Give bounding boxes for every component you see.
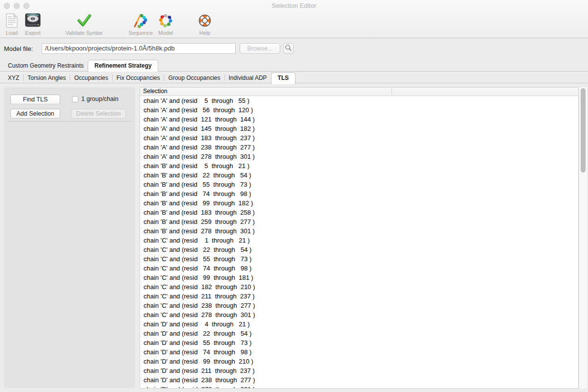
export-button[interactable]: Export (22, 12, 44, 37)
tls-controls-panel: Find TLS 1 group/chain Add Selection Del… (4, 87, 135, 388)
list-item[interactable]: chain 'D' and (resid 238 through 277 ) (140, 375, 578, 385)
subtab-tls[interactable]: TLS (271, 73, 296, 84)
subtab-torsion-angles[interactable]: Torsion Angles (24, 73, 70, 83)
list-item[interactable]: chain 'D' and (resid 55 through 73 ) (140, 338, 578, 347)
subtab-individual-adp[interactable]: Individual ADP (225, 73, 271, 83)
list-item[interactable]: chain 'B' and (resid 74 through 98 ) (140, 189, 578, 198)
list-item[interactable]: chain 'B' and (resid 5 through 21 ) (140, 161, 578, 171)
list-item[interactable]: chain 'D' and (resid 22 through 54 ) (140, 329, 578, 338)
list-item[interactable]: chain 'A' and (resid 278 through 301 ) (140, 152, 578, 161)
export-label: Export (25, 30, 41, 36)
selection-editor-window: Selection Editor Load (0, 0, 588, 392)
column-divider (392, 88, 392, 95)
sequence-button[interactable]: Sequence (125, 12, 156, 37)
list-item[interactable]: chain 'B' and (resid 183 through 258 ) (140, 208, 578, 217)
validate-syntax-label: Validate Syntax (66, 30, 103, 36)
selection-list: Selection chain 'A' and (resid 5 through… (140, 87, 579, 389)
model-file-input[interactable]: /Users/bkpoon/projects/protein-1.0Å/5h8k… (42, 43, 236, 54)
separator (8, 121, 131, 122)
subtab-xyz[interactable]: XYZ (4, 73, 23, 83)
list-item[interactable]: chain 'D' and (resid 99 through 210 ) (140, 357, 578, 366)
model-icon (158, 12, 173, 29)
toolbar: Selection Editor Load (0, 0, 588, 38)
scrollbar-thumb[interactable] (581, 88, 586, 172)
list-item[interactable]: chain 'B' and (resid 22 through 54 ) (140, 171, 578, 180)
list-item[interactable]: chain 'B' and (resid 99 through 182 ) (140, 198, 578, 208)
validate-syntax-button[interactable]: Validate Syntax (61, 12, 107, 37)
search-icon (285, 44, 292, 53)
sequence-icon (132, 12, 149, 29)
list-item[interactable]: chain 'B' and (resid 55 through 73 ) (140, 180, 578, 189)
load-button[interactable]: Load (1, 12, 23, 37)
list-item[interactable]: chain 'C' and (resid 74 through 98 ) (140, 264, 578, 273)
tab-refinement-strategy[interactable]: Refinement Strategy (88, 60, 159, 72)
list-item[interactable]: chain 'A' and (resid 238 through 277 ) (140, 143, 578, 152)
find-tls-button[interactable]: Find TLS (10, 95, 60, 104)
list-header: Selection (140, 88, 578, 96)
browse-button[interactable]: Browse... (240, 43, 280, 54)
load-label: Load (6, 30, 18, 36)
selection-list-rows: chain 'A' and (resid 5 through 55 )chain… (140, 96, 578, 388)
validate-syntax-icon (77, 12, 92, 29)
export-icon (24, 12, 42, 29)
list-item[interactable]: chain 'D' and (resid 74 through 98 ) (140, 347, 578, 357)
list-item[interactable]: chain 'C' and (resid 99 through 181 ) (140, 273, 578, 282)
main-tabbar: Custom Geometry Restraints Refinement St… (0, 61, 588, 72)
subtab-occupancies[interactable]: Occupancies (70, 73, 112, 83)
window-title: Selection Editor (0, 2, 588, 9)
list-item[interactable]: chain 'A' and (resid 56 through 120 ) (140, 105, 578, 115)
list-item[interactable]: chain 'C' and (resid 238 through 277 ) (140, 301, 578, 310)
selection-column-header[interactable]: Selection (140, 88, 578, 95)
search-button[interactable] (283, 43, 294, 54)
list-item[interactable]: chain 'C' and (resid 182 through 210 ) (140, 282, 578, 292)
group-per-chain-checkbox[interactable] (72, 96, 78, 102)
list-item[interactable]: chain 'C' and (resid 55 through 73 ) (140, 254, 578, 264)
model-button[interactable]: Model (154, 12, 177, 37)
scrollbar[interactable] (579, 87, 587, 389)
delete-selection-button[interactable]: Delete Selection (71, 109, 126, 119)
list-item[interactable]: chain 'D' and (resid 211 through 237 ) (140, 366, 578, 375)
list-item[interactable]: chain 'D' and (resid 4 through 21 ) (140, 319, 578, 329)
titlebar: Selection Editor (0, 0, 588, 11)
tab-custom-geometry-restraints[interactable]: Custom Geometry Restraints (4, 60, 88, 71)
group-per-chain-label: 1 group/chain (81, 96, 119, 102)
list-item[interactable]: chain 'A' and (resid 121 through 144 ) (140, 115, 578, 124)
load-icon (5, 12, 19, 29)
help-button[interactable]: Help (194, 12, 216, 37)
sequence-label: Sequence (128, 30, 153, 36)
list-item[interactable]: chain 'A' and (resid 183 through 237 ) (140, 133, 578, 143)
list-item[interactable]: chain 'C' and (resid 278 through 301 ) (140, 310, 578, 319)
list-item[interactable]: chain 'B' and (resid 278 through 301 ) (140, 226, 578, 236)
list-item[interactable]: chain 'C' and (resid 22 through 54 ) (140, 245, 578, 254)
add-selection-button[interactable]: Add Selection (10, 109, 60, 119)
list-item[interactable]: chain 'A' and (resid 145 through 182 ) (140, 124, 578, 133)
refinement-subtabbar: XYZ Torsion Angles Occupancies Fix Occup… (0, 73, 588, 83)
model-label: Model (158, 30, 173, 36)
list-item[interactable]: chain 'C' and (resid 1 through 21 ) (140, 236, 578, 245)
list-item[interactable]: chain 'D' and (resid 278 through 301 ) (140, 385, 578, 388)
list-item[interactable]: chain 'C' and (resid 211 through 237 ) (140, 292, 578, 301)
help-icon (197, 12, 212, 29)
subtab-group-occupancies[interactable]: Group Occupancies (164, 73, 224, 83)
list-item[interactable]: chain 'B' and (resid 259 through 277 ) (140, 217, 578, 226)
help-label: Help (199, 30, 211, 36)
model-file-label: Model file: (4, 45, 33, 52)
subtab-fix-occupancies[interactable]: Fix Occupancies (113, 73, 164, 83)
list-item[interactable]: chain 'A' and (resid 5 through 55 ) (140, 96, 578, 105)
